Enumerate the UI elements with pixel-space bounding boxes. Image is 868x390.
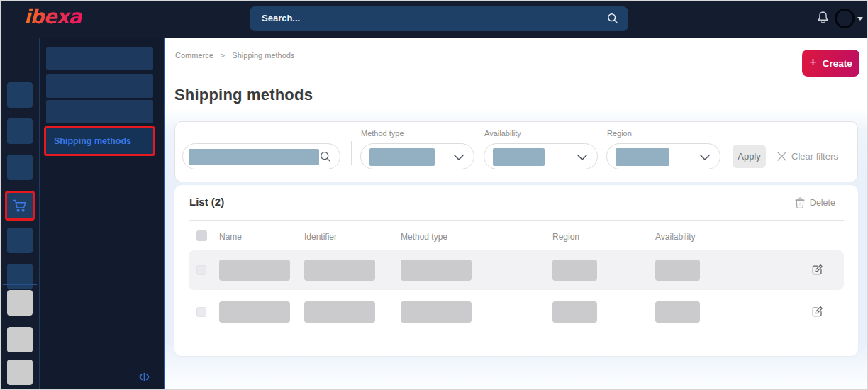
sidenav-item-2[interactable] — [46, 74, 153, 98]
close-icon — [777, 152, 786, 161]
redacted-identifier-cell — [304, 260, 375, 281]
redacted-search-value — [189, 149, 319, 165]
table-row[interactable] — [189, 250, 844, 290]
nav-tile-bottom-2[interactable] — [7, 327, 33, 352]
top-bar: ibexa Search... — [0, 0, 868, 38]
delete-button[interactable]: Delete — [795, 197, 835, 208]
main-nav-rail — [0, 38, 40, 390]
nav-tile-bottom-3[interactable] — [7, 360, 33, 385]
edit-button[interactable] — [811, 306, 823, 321]
redacted-region-cell — [552, 301, 597, 323]
notifications-bell-icon[interactable] — [816, 11, 830, 28]
rail-divider — [3, 284, 37, 285]
sidenav-item-shipping-methods[interactable]: Shipping methods — [44, 126, 155, 156]
filter-label: Availability — [484, 129, 521, 138]
redacted-select-value — [493, 148, 545, 166]
column-header-region: Region — [552, 232, 579, 242]
create-button-label: Create — [823, 58, 852, 69]
redacted-region-cell — [552, 260, 597, 281]
breadcrumb: Commerce > Shipping methods — [175, 51, 299, 60]
breadcrumb-separator: > — [221, 51, 225, 60]
nav-tile-3[interactable] — [7, 155, 33, 180]
availability-select[interactable] — [484, 143, 598, 169]
filter-label: Region — [607, 129, 632, 138]
region-select[interactable] — [606, 143, 720, 169]
nav-tile-5[interactable] — [7, 228, 33, 253]
clear-filters-label: Clear filters — [791, 151, 838, 162]
redacted-select-value — [616, 148, 669, 166]
clear-filters-button[interactable]: Clear filters — [777, 145, 838, 168]
search-icon — [320, 151, 331, 162]
filter-label: Method type — [361, 129, 404, 138]
select-all-checkbox[interactable] — [196, 230, 207, 241]
commerce-sidenav: Shipping methods — [40, 38, 165, 390]
sidenav-item-3[interactable] — [46, 100, 153, 123]
filter-search-input[interactable]: S — [182, 143, 340, 169]
nav-tile-6[interactable] — [7, 264, 33, 289]
list-card: List (2) Delete Name Identifier Method t… — [174, 185, 858, 356]
nav-tile-commerce-active[interactable] — [5, 191, 35, 221]
redacted-name-cell — [219, 260, 290, 281]
sidenav-item-label: Shipping methods — [46, 128, 153, 154]
row-checkbox[interactable] — [196, 265, 206, 275]
list-header-divider — [189, 220, 844, 221]
breadcrumb-shipping-methods[interactable]: Shipping methods — [232, 51, 294, 60]
chevron-down-icon — [700, 155, 710, 160]
nav-tile-1[interactable] — [7, 82, 33, 108]
apply-button[interactable]: Apply — [733, 145, 766, 168]
nav-tile-2[interactable] — [7, 118, 33, 144]
redacted-availability-cell — [655, 260, 700, 281]
create-button[interactable]: + Create — [802, 50, 859, 77]
redacted-name-cell — [219, 301, 290, 323]
redacted-method-type-cell — [401, 301, 472, 323]
ibexa-logo: ibexa — [24, 5, 82, 28]
redacted-identifier-cell — [304, 301, 375, 323]
rail-divider — [3, 321, 37, 321]
table-row[interactable] — [189, 292, 844, 332]
user-avatar[interactable] — [835, 9, 855, 28]
redacted-select-value — [369, 148, 435, 166]
column-header-method-type: Method type — [401, 232, 447, 242]
trash-icon — [795, 197, 805, 208]
main-content: Commerce > Shipping methods + Create Shi… — [165, 38, 868, 390]
method-type-select[interactable] — [360, 143, 474, 169]
delete-button-label: Delete — [810, 198, 835, 208]
edit-icon — [811, 264, 823, 276]
collapse-panel-icon[interactable] — [138, 372, 150, 385]
chevron-down-icon — [454, 155, 464, 160]
filter-divider — [351, 141, 352, 165]
global-search-input[interactable]: Search... — [250, 6, 628, 31]
redacted-availability-cell — [655, 301, 700, 323]
breadcrumb-commerce[interactable]: Commerce — [175, 51, 213, 60]
edit-button[interactable] — [811, 264, 823, 279]
column-header-name: Name — [219, 232, 242, 242]
user-menu-caret-icon[interactable] — [857, 17, 863, 21]
nav-tile-bottom-1[interactable] — [7, 290, 33, 316]
column-header-availability: Availability — [655, 232, 695, 242]
shopping-cart-icon — [12, 199, 28, 213]
chevron-down-icon — [577, 155, 587, 160]
global-search-placeholder: Search... — [262, 13, 300, 23]
list-title: List (2) — [189, 196, 224, 208]
column-header-identifier: Identifier — [304, 232, 337, 242]
plus-icon: + — [809, 56, 817, 69]
edit-icon — [811, 306, 823, 318]
sidenav-item-1[interactable] — [46, 47, 153, 70]
redacted-method-type-cell — [401, 260, 472, 281]
admin-app: ibexa Search... — [0, 0, 868, 390]
filters-card: S Method type Availability — [174, 121, 858, 182]
search-icon — [607, 13, 618, 24]
page-title: Shipping methods — [174, 86, 313, 104]
row-checkbox[interactable] — [196, 307, 206, 317]
